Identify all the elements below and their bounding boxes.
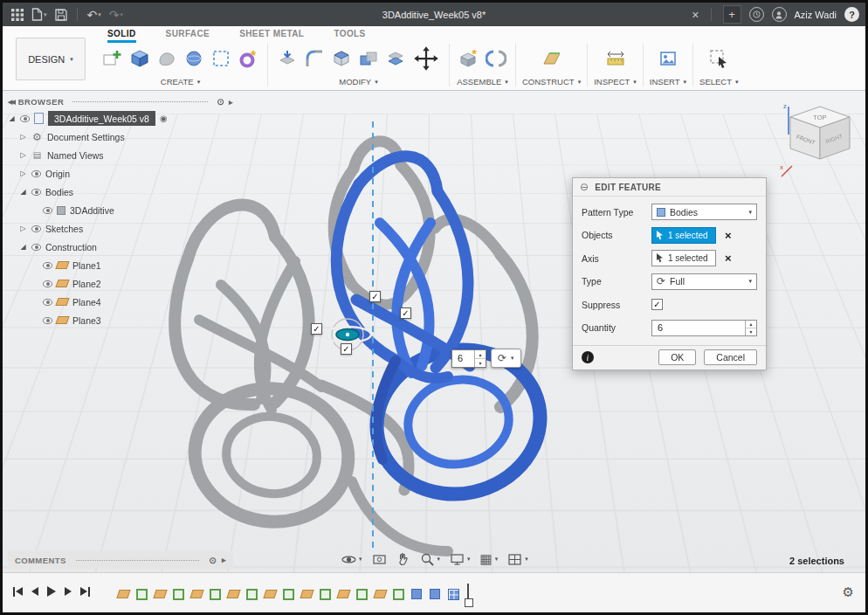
help-icon[interactable]: ? bbox=[844, 7, 859, 22]
ok-button[interactable]: OK bbox=[658, 349, 696, 365]
construct-plane-icon[interactable] bbox=[539, 45, 565, 73]
inspect-group-label[interactable]: INSPECT▾ bbox=[594, 77, 637, 86]
construct-group-label[interactable]: CONSTRUCT▾ bbox=[522, 77, 581, 86]
quantity-stepper[interactable]: ▴▾ bbox=[474, 350, 486, 367]
select-icon[interactable] bbox=[706, 45, 732, 73]
create-form-icon[interactable] bbox=[154, 45, 180, 73]
pan-button[interactable] bbox=[396, 552, 410, 566]
quantity-input[interactable]: 6 ▴▾ bbox=[651, 320, 757, 336]
visibility-icon[interactable] bbox=[31, 225, 41, 232]
tab-surface[interactable]: SURFACE bbox=[166, 29, 210, 43]
tree-item-body-3dadditive[interactable]: 3DAdditive bbox=[8, 201, 233, 219]
suppress-checkbox[interactable]: ✓ bbox=[651, 299, 663, 310]
instance-suppress-checkbox[interactable]: ✓ bbox=[369, 291, 381, 302]
timeline-settings-gear-icon[interactable]: ⚙ bbox=[843, 584, 854, 600]
expand-icon[interactable]: ▷ bbox=[19, 169, 27, 177]
expand-icon[interactable]: ◢ bbox=[19, 188, 27, 196]
save-icon[interactable] bbox=[53, 5, 69, 24]
3d-viewport[interactable]: ✓ ✓ ✓ ✓ 6 ▴▾ ⟳ ▾ ◀◀ BROWSER ⊙ ▸ bbox=[3, 91, 865, 572]
instance-suppress-checkbox[interactable]: ✓ bbox=[341, 343, 352, 355]
tab-solid[interactable]: SOLID bbox=[107, 29, 136, 43]
timeline-feature-icon[interactable] bbox=[226, 587, 240, 601]
tab-sheet-metal[interactable]: SHEET METAL bbox=[239, 29, 304, 43]
create-revolve-icon[interactable] bbox=[181, 45, 207, 73]
expand-icon[interactable]: ▷ bbox=[19, 225, 27, 232]
timeline-scrubber[interactable] bbox=[467, 584, 469, 605]
collapse-panel-icon[interactable]: ◀◀ bbox=[8, 99, 14, 106]
modify-group-label[interactable]: MODIFY▾ bbox=[339, 77, 377, 86]
create-coil-icon[interactable] bbox=[235, 45, 261, 73]
visibility-icon[interactable] bbox=[43, 207, 52, 214]
create-group-label[interactable]: CREATE▾ bbox=[161, 77, 200, 86]
timeline-feature-icon[interactable] bbox=[245, 587, 258, 601]
comments-bar[interactable]: COMMENTS ⊙ ▸ bbox=[8, 551, 233, 569]
visibility-icon[interactable] bbox=[43, 262, 52, 269]
file-menu-icon[interactable]: ▾ bbox=[30, 5, 49, 24]
timeline-feature-icon[interactable] bbox=[263, 587, 277, 601]
insert-group-label[interactable]: INSERT▾ bbox=[650, 77, 686, 86]
info-icon[interactable]: i bbox=[582, 351, 594, 363]
tree-item-bodies[interactable]: ◢ Bodies bbox=[8, 183, 233, 201]
tree-item-document-settings[interactable]: ▷ ⚙ Document Settings bbox=[8, 128, 233, 146]
timeline-feature-icon[interactable] bbox=[428, 587, 442, 601]
timeline-feature-icon[interactable] bbox=[318, 587, 332, 601]
select-group-label[interactable]: SELECT▾ bbox=[699, 77, 738, 86]
step-back-button[interactable] bbox=[31, 587, 38, 596]
canvas-quantity-value[interactable]: 6 bbox=[452, 350, 474, 367]
visibility-icon[interactable] bbox=[43, 299, 52, 306]
app-grid-icon[interactable] bbox=[10, 5, 25, 24]
timeline-feature-icon[interactable] bbox=[208, 587, 222, 601]
look-at-button[interactable] bbox=[372, 552, 387, 567]
fillet-icon[interactable] bbox=[301, 45, 327, 73]
timeline-feature-icon[interactable] bbox=[336, 587, 350, 601]
expand-icon[interactable]: ◢ bbox=[8, 114, 16, 122]
tree-item-named-views[interactable]: ▷ ▤ Named Views bbox=[8, 146, 233, 164]
measure-icon[interactable] bbox=[603, 45, 629, 73]
shell-icon[interactable] bbox=[328, 45, 355, 73]
new-document-tab-icon[interactable]: + bbox=[723, 5, 741, 24]
pattern-type-flyout[interactable]: ⟳ ▾ bbox=[491, 349, 521, 368]
timeline-feature-icon[interactable] bbox=[153, 587, 167, 601]
assemble-group-label[interactable]: ASSEMBLE▾ bbox=[457, 77, 508, 86]
tree-item-origin[interactable]: ▷ Origin bbox=[8, 164, 233, 183]
instance-suppress-checkbox[interactable]: ✓ bbox=[400, 308, 411, 319]
profile-avatar-icon[interactable] bbox=[772, 7, 787, 22]
timeline-feature-icon[interactable] bbox=[171, 587, 185, 601]
create-box-icon[interactable] bbox=[127, 45, 153, 73]
timeline-feature-icon[interactable] bbox=[134, 587, 148, 601]
tree-item-plane4[interactable]: Plane4 bbox=[8, 293, 233, 311]
expand-icon[interactable]: ▷ bbox=[19, 151, 27, 159]
collapse-dialog-icon[interactable]: ⊖ bbox=[580, 181, 589, 193]
close-document-icon[interactable]: × bbox=[692, 8, 699, 22]
move-copy-icon[interactable] bbox=[410, 45, 443, 73]
joint-icon[interactable] bbox=[483, 45, 509, 73]
timeline-feature-icon[interactable] bbox=[300, 587, 313, 601]
grid-snap-button[interactable]: ▦ ▾ bbox=[480, 551, 499, 567]
quantity-stepper[interactable]: ▴▾ bbox=[745, 321, 756, 335]
browser-header[interactable]: ◀◀ BROWSER ⊙ ▸ bbox=[8, 94, 233, 109]
create-sketch-icon[interactable] bbox=[100, 45, 126, 73]
tree-item-sketches[interactable]: ▷ Sketches bbox=[8, 219, 233, 238]
tab-tools[interactable]: TOOLS bbox=[334, 29, 365, 43]
new-component-icon[interactable] bbox=[456, 45, 482, 73]
root-document-label[interactable]: 3DAdditive_Week05 v8 bbox=[48, 111, 155, 126]
visibility-icon[interactable] bbox=[43, 280, 52, 287]
comments-expand-icon[interactable]: ▸ bbox=[222, 556, 226, 564]
dialog-header[interactable]: ⊖ EDIT FEATURE bbox=[573, 178, 766, 197]
thicken-icon[interactable] bbox=[382, 45, 409, 73]
tree-item-plane3[interactable]: Plane3 bbox=[8, 311, 233, 329]
timeline-feature-icon[interactable] bbox=[373, 587, 387, 601]
orbit-button[interactable]: ▾ bbox=[341, 552, 362, 567]
go-to-start-button[interactable] bbox=[13, 587, 23, 597]
create-pattern-icon[interactable] bbox=[208, 45, 234, 73]
play-button[interactable] bbox=[47, 586, 56, 597]
expand-icon[interactable]: ▷ bbox=[19, 133, 27, 141]
timeline-feature-icon[interactable] bbox=[281, 587, 295, 601]
visibility-icon[interactable] bbox=[31, 189, 41, 196]
tree-item-plane1[interactable]: Plane1 bbox=[8, 256, 233, 274]
visibility-icon[interactable] bbox=[43, 317, 52, 324]
axis-selection-chip[interactable]: 1 selected bbox=[651, 250, 716, 266]
timeline-feature-icon[interactable] bbox=[446, 587, 460, 601]
panel-chevron-icon[interactable]: ▸ bbox=[229, 98, 233, 107]
step-forward-button[interactable] bbox=[65, 587, 72, 596]
